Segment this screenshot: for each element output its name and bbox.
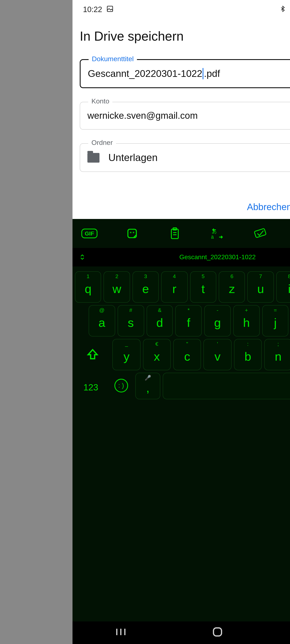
key-b[interactable]: :b [234,339,262,370]
gif-icon[interactable]: GIF [81,226,98,242]
emoji-key[interactable]: : ) [109,373,133,398]
sticker-icon[interactable] [124,226,140,242]
key-t[interactable]: 5t [190,271,216,303]
key-v[interactable]: 'v [204,339,232,370]
bluetooth-icon [279,5,286,15]
svg-point-10 [133,232,134,233]
svg-rect-24 [213,628,221,636]
keyboard[interactable]: GIF あä i ••• ⌄⌃ Gescannt_20220301-1022 1… [73,219,290,622]
recents-button[interactable] [115,627,126,638]
doc-title-value[interactable]: Gescannt_20220301-1022 .pdf [88,68,290,79]
folder-value: Unterlagen [108,152,158,164]
key-a[interactable]: @a [89,305,115,336]
android-navbar [73,622,290,644]
numbers-key[interactable]: 123 [75,373,107,398]
folder-field[interactable]: Ordner Unterlagen ▾ [80,143,290,172]
gallery-icon [106,5,113,14]
keyboard-row-2: @a#s&d*f-g+h=j(k)l [75,305,290,336]
translate-icon[interactable]: あä [209,226,225,242]
account-label: Konto [88,98,113,106]
key-z[interactable]: 6z [219,271,245,303]
key-q[interactable]: 1q [75,271,101,303]
clock: 10:22 [83,5,102,14]
key-w[interactable]: 2w [104,271,130,303]
comma-key[interactable]: 🎤 , [136,373,160,399]
account-field[interactable]: Konto wernicke.sven@gmail.com ▾ [80,102,290,130]
key-j[interactable]: =j [262,305,288,336]
space-key[interactable] [163,373,290,399]
clipboard-icon[interactable] [167,226,183,242]
svg-point-9 [131,232,131,233]
doc-title-label: Dokumenttitel [89,55,137,63]
svg-rect-0 [107,6,113,12]
drive-save-dialog: In Drive speichern Dokumenttitel Gescann… [73,19,290,219]
text-cursor [203,68,204,79]
suggestion-text[interactable]: Gescannt_20220301-1022 [179,254,256,261]
svg-text:ä: ä [211,234,214,240]
svg-rect-11 [171,229,178,239]
cancel-button[interactable]: Abbrechen [247,202,290,212]
account-value: wernicke.sven@gmail.com [87,110,198,121]
folder-icon [87,153,100,162]
key-h[interactable]: +h [233,305,260,336]
page-title: In Drive speichern [80,29,290,44]
key-i[interactable]: 8i [276,271,290,303]
keyboard-suggestion-bar: ⌄⌃ Gescannt_20220301-1022 [73,248,290,266]
key-c[interactable]: "c [173,339,201,370]
autocorrect-icon[interactable] [252,226,268,242]
key-y[interactable]: _y [113,339,141,370]
key-s[interactable]: #s [118,305,144,336]
folder-label: Ordner [88,139,116,147]
key-f[interactable]: *f [175,305,202,336]
key-d[interactable]: &d [146,305,173,336]
key-x[interactable]: €x [143,339,171,370]
keyboard-row-4: 123 : ) 🎤 , !? . [75,373,290,399]
collapse-icon[interactable]: ⌄⌃ [79,255,86,260]
home-button[interactable] [212,626,223,639]
key-n[interactable]: ;n [264,339,290,370]
keyboard-row-3: _y€x"c'v:b;n/m [75,339,290,370]
statusbar: 10:22 64% [73,0,290,19]
keyboard-row-1: 1q2w3e4r5t6z7u8i9o0p [75,271,290,303]
key-g[interactable]: -g [204,305,231,336]
key-e[interactable]: 3e [133,271,159,303]
key-r[interactable]: 4r [161,271,187,303]
dialog-buttons: Abbrechen Speichern [80,186,290,219]
svg-rect-17 [254,228,266,238]
key-u[interactable]: 7u [247,271,274,303]
shift-key[interactable] [75,339,110,370]
document-title-field[interactable]: Dokumenttitel Gescannt_20220301-1022 .pd… [80,59,290,88]
keyboard-toolbar: GIF あä i ••• [73,219,290,248]
